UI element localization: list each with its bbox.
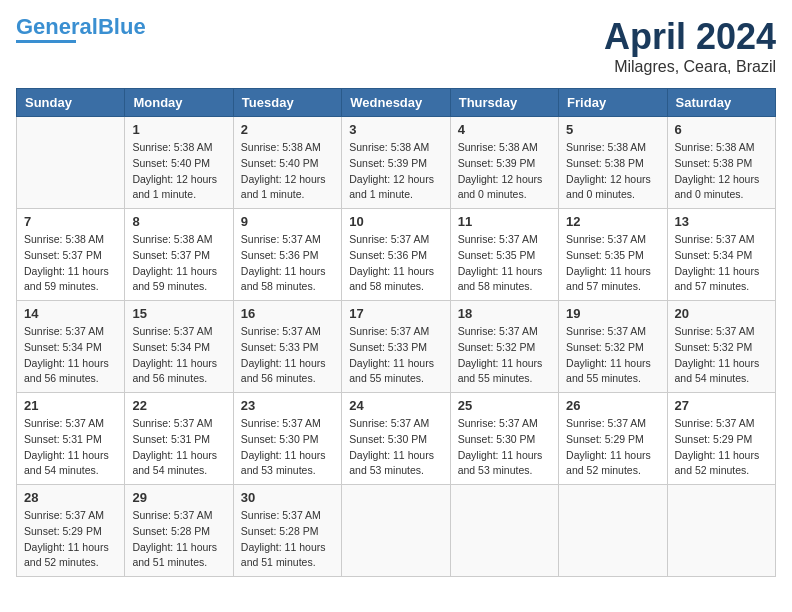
- calendar-cell: 26Sunrise: 5:37 AM Sunset: 5:29 PM Dayli…: [559, 393, 667, 485]
- calendar-cell: 16Sunrise: 5:37 AM Sunset: 5:33 PM Dayli…: [233, 301, 341, 393]
- calendar-cell: 17Sunrise: 5:37 AM Sunset: 5:33 PM Dayli…: [342, 301, 450, 393]
- day-info: Sunrise: 5:38 AM Sunset: 5:38 PM Dayligh…: [675, 140, 768, 203]
- calendar-cell: 23Sunrise: 5:37 AM Sunset: 5:30 PM Dayli…: [233, 393, 341, 485]
- day-number: 26: [566, 398, 659, 413]
- calendar-cell: 14Sunrise: 5:37 AM Sunset: 5:34 PM Dayli…: [17, 301, 125, 393]
- logo-general: General: [16, 14, 98, 39]
- day-info: Sunrise: 5:38 AM Sunset: 5:39 PM Dayligh…: [349, 140, 442, 203]
- day-number: 11: [458, 214, 551, 229]
- day-number: 16: [241, 306, 334, 321]
- calendar-cell: 18Sunrise: 5:37 AM Sunset: 5:32 PM Dayli…: [450, 301, 558, 393]
- calendar-cell: 6Sunrise: 5:38 AM Sunset: 5:38 PM Daylig…: [667, 117, 775, 209]
- day-info: Sunrise: 5:37 AM Sunset: 5:28 PM Dayligh…: [132, 508, 225, 571]
- day-number: 1: [132, 122, 225, 137]
- day-info: Sunrise: 5:38 AM Sunset: 5:40 PM Dayligh…: [241, 140, 334, 203]
- day-number: 12: [566, 214, 659, 229]
- day-info: Sunrise: 5:37 AM Sunset: 5:29 PM Dayligh…: [675, 416, 768, 479]
- calendar-cell: 3Sunrise: 5:38 AM Sunset: 5:39 PM Daylig…: [342, 117, 450, 209]
- day-number: 29: [132, 490, 225, 505]
- calendar-cell: [450, 485, 558, 577]
- day-info: Sunrise: 5:37 AM Sunset: 5:32 PM Dayligh…: [566, 324, 659, 387]
- calendar-cell: 11Sunrise: 5:37 AM Sunset: 5:35 PM Dayli…: [450, 209, 558, 301]
- day-info: Sunrise: 5:37 AM Sunset: 5:33 PM Dayligh…: [241, 324, 334, 387]
- logo-blue: Blue: [98, 14, 146, 39]
- calendar-cell: 15Sunrise: 5:37 AM Sunset: 5:34 PM Dayli…: [125, 301, 233, 393]
- calendar-cell: 4Sunrise: 5:38 AM Sunset: 5:39 PM Daylig…: [450, 117, 558, 209]
- calendar-cell: 30Sunrise: 5:37 AM Sunset: 5:28 PM Dayli…: [233, 485, 341, 577]
- title-area: April 2024 Milagres, Ceara, Brazil: [604, 16, 776, 76]
- logo-underline: [16, 40, 76, 43]
- day-info: Sunrise: 5:38 AM Sunset: 5:37 PM Dayligh…: [24, 232, 117, 295]
- weekday-header: Saturday: [667, 89, 775, 117]
- day-info: Sunrise: 5:37 AM Sunset: 5:34 PM Dayligh…: [24, 324, 117, 387]
- calendar-cell: 2Sunrise: 5:38 AM Sunset: 5:40 PM Daylig…: [233, 117, 341, 209]
- calendar-cell: [667, 485, 775, 577]
- calendar-cell: 9Sunrise: 5:37 AM Sunset: 5:36 PM Daylig…: [233, 209, 341, 301]
- day-info: Sunrise: 5:37 AM Sunset: 5:32 PM Dayligh…: [675, 324, 768, 387]
- calendar-cell: 29Sunrise: 5:37 AM Sunset: 5:28 PM Dayli…: [125, 485, 233, 577]
- logo: GeneralBlue: [16, 16, 146, 43]
- calendar-cell: [17, 117, 125, 209]
- day-number: 4: [458, 122, 551, 137]
- calendar-cell: 13Sunrise: 5:37 AM Sunset: 5:34 PM Dayli…: [667, 209, 775, 301]
- calendar-week-row: 21Sunrise: 5:37 AM Sunset: 5:31 PM Dayli…: [17, 393, 776, 485]
- day-info: Sunrise: 5:37 AM Sunset: 5:30 PM Dayligh…: [458, 416, 551, 479]
- day-number: 30: [241, 490, 334, 505]
- day-number: 23: [241, 398, 334, 413]
- day-info: Sunrise: 5:37 AM Sunset: 5:28 PM Dayligh…: [241, 508, 334, 571]
- calendar-table: SundayMondayTuesdayWednesdayThursdayFrid…: [16, 88, 776, 577]
- calendar-cell: 21Sunrise: 5:37 AM Sunset: 5:31 PM Dayli…: [17, 393, 125, 485]
- day-number: 17: [349, 306, 442, 321]
- day-info: Sunrise: 5:37 AM Sunset: 5:34 PM Dayligh…: [132, 324, 225, 387]
- day-number: 10: [349, 214, 442, 229]
- day-info: Sunrise: 5:37 AM Sunset: 5:36 PM Dayligh…: [241, 232, 334, 295]
- day-number: 25: [458, 398, 551, 413]
- day-number: 18: [458, 306, 551, 321]
- calendar-cell: [559, 485, 667, 577]
- day-info: Sunrise: 5:38 AM Sunset: 5:38 PM Dayligh…: [566, 140, 659, 203]
- calendar-cell: 8Sunrise: 5:38 AM Sunset: 5:37 PM Daylig…: [125, 209, 233, 301]
- calendar-cell: 27Sunrise: 5:37 AM Sunset: 5:29 PM Dayli…: [667, 393, 775, 485]
- calendar-cell: 7Sunrise: 5:38 AM Sunset: 5:37 PM Daylig…: [17, 209, 125, 301]
- day-number: 14: [24, 306, 117, 321]
- day-number: 28: [24, 490, 117, 505]
- calendar-cell: 25Sunrise: 5:37 AM Sunset: 5:30 PM Dayli…: [450, 393, 558, 485]
- day-info: Sunrise: 5:37 AM Sunset: 5:31 PM Dayligh…: [24, 416, 117, 479]
- day-number: 19: [566, 306, 659, 321]
- logo-text: GeneralBlue: [16, 16, 146, 38]
- day-info: Sunrise: 5:37 AM Sunset: 5:33 PM Dayligh…: [349, 324, 442, 387]
- day-number: 15: [132, 306, 225, 321]
- day-number: 2: [241, 122, 334, 137]
- day-number: 27: [675, 398, 768, 413]
- weekday-header: Monday: [125, 89, 233, 117]
- calendar-week-row: 28Sunrise: 5:37 AM Sunset: 5:29 PM Dayli…: [17, 485, 776, 577]
- day-number: 6: [675, 122, 768, 137]
- day-info: Sunrise: 5:37 AM Sunset: 5:34 PM Dayligh…: [675, 232, 768, 295]
- calendar-cell: 1Sunrise: 5:38 AM Sunset: 5:40 PM Daylig…: [125, 117, 233, 209]
- calendar-week-row: 14Sunrise: 5:37 AM Sunset: 5:34 PM Dayli…: [17, 301, 776, 393]
- day-info: Sunrise: 5:37 AM Sunset: 5:29 PM Dayligh…: [24, 508, 117, 571]
- calendar-cell: 19Sunrise: 5:37 AM Sunset: 5:32 PM Dayli…: [559, 301, 667, 393]
- day-info: Sunrise: 5:38 AM Sunset: 5:37 PM Dayligh…: [132, 232, 225, 295]
- day-number: 22: [132, 398, 225, 413]
- calendar-cell: 12Sunrise: 5:37 AM Sunset: 5:35 PM Dayli…: [559, 209, 667, 301]
- calendar-week-row: 7Sunrise: 5:38 AM Sunset: 5:37 PM Daylig…: [17, 209, 776, 301]
- day-info: Sunrise: 5:38 AM Sunset: 5:39 PM Dayligh…: [458, 140, 551, 203]
- day-info: Sunrise: 5:37 AM Sunset: 5:36 PM Dayligh…: [349, 232, 442, 295]
- day-number: 3: [349, 122, 442, 137]
- weekday-header: Tuesday: [233, 89, 341, 117]
- day-number: 5: [566, 122, 659, 137]
- weekday-header: Sunday: [17, 89, 125, 117]
- calendar-cell: 22Sunrise: 5:37 AM Sunset: 5:31 PM Dayli…: [125, 393, 233, 485]
- day-info: Sunrise: 5:37 AM Sunset: 5:31 PM Dayligh…: [132, 416, 225, 479]
- day-info: Sunrise: 5:37 AM Sunset: 5:30 PM Dayligh…: [241, 416, 334, 479]
- day-number: 9: [241, 214, 334, 229]
- calendar-cell: 28Sunrise: 5:37 AM Sunset: 5:29 PM Dayli…: [17, 485, 125, 577]
- weekday-header: Thursday: [450, 89, 558, 117]
- day-number: 24: [349, 398, 442, 413]
- weekday-header: Friday: [559, 89, 667, 117]
- header: GeneralBlue April 2024 Milagres, Ceara, …: [16, 16, 776, 76]
- calendar-cell: 24Sunrise: 5:37 AM Sunset: 5:30 PM Dayli…: [342, 393, 450, 485]
- day-number: 8: [132, 214, 225, 229]
- calendar-cell: [342, 485, 450, 577]
